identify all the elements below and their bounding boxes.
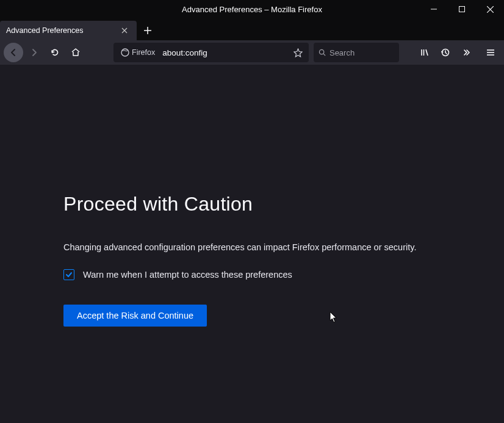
warn-checkbox[interactable] <box>63 269 74 280</box>
caution-text: Changing advanced configuration preferen… <box>63 242 504 252</box>
urlbar[interactable]: Firefox about:config <box>113 43 309 62</box>
overflow-button[interactable] <box>456 43 476 62</box>
menu-button[interactable] <box>481 43 500 62</box>
new-tab-button[interactable] <box>137 21 159 40</box>
warn-checkbox-row: Warn me when I attempt to access these p… <box>63 269 504 280</box>
tab-advanced-preferences[interactable]: Advanced Preferences <box>0 21 137 40</box>
checkmark-icon <box>65 271 73 278</box>
svg-point-8 <box>121 49 129 56</box>
svg-line-10 <box>323 54 325 56</box>
search-icon <box>319 48 326 57</box>
accept-risk-button[interactable]: Accept the Risk and Continue <box>63 305 207 327</box>
minimize-button[interactable] <box>420 0 448 18</box>
about-config-content: Proceed with Caution Changing advanced c… <box>0 65 504 423</box>
urlbar-url: about:config <box>162 48 287 57</box>
tab-close-button[interactable] <box>118 24 131 37</box>
toolbar-right <box>415 43 500 62</box>
close-window-button[interactable] <box>476 0 504 18</box>
library-button[interactable] <box>415 43 434 62</box>
window-controls <box>420 0 504 18</box>
svg-line-13 <box>426 49 428 56</box>
firefox-icon <box>121 48 129 57</box>
bookmark-star-icon[interactable] <box>291 46 305 60</box>
svg-point-9 <box>319 49 323 54</box>
history-button[interactable] <box>436 43 455 62</box>
tab-label: Advanced Preferences <box>6 26 118 35</box>
warn-checkbox-label: Warn me when I attempt to access these p… <box>83 270 292 280</box>
window-title: Advanced Preferences – Mozilla Firefox <box>182 5 322 14</box>
back-button[interactable] <box>4 43 23 62</box>
navbar: Firefox about:config <box>0 40 504 65</box>
reload-button[interactable] <box>45 43 65 62</box>
search-input[interactable] <box>329 48 394 57</box>
titlebar: Advanced Preferences – Mozilla Firefox <box>0 0 504 18</box>
home-button[interactable] <box>66 43 85 62</box>
urlbar-identity-label: Firefox <box>132 48 155 57</box>
caution-heading: Proceed with Caution <box>63 193 504 215</box>
svg-rect-1 <box>459 7 465 12</box>
forward-button[interactable] <box>24 43 44 62</box>
urlbar-identity[interactable]: Firefox <box>117 47 159 58</box>
searchbar[interactable] <box>314 43 399 62</box>
tabstrip: Advanced Preferences <box>0 18 504 40</box>
maximize-button[interactable] <box>448 0 476 18</box>
